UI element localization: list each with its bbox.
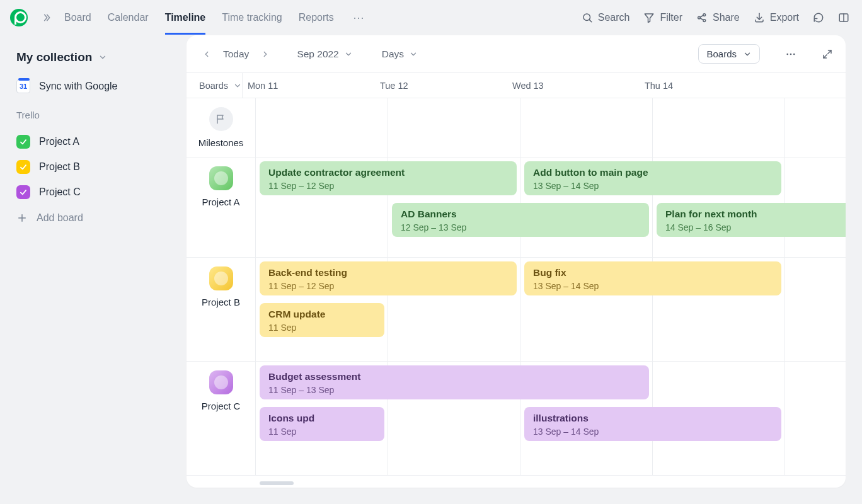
today-button[interactable]: Today bbox=[223, 49, 249, 60]
collapse-sidebar-button[interactable] bbox=[38, 9, 55, 26]
share-label: Share bbox=[713, 12, 740, 23]
day-header: Tue 12 bbox=[375, 73, 507, 98]
export-icon bbox=[754, 12, 765, 23]
svg-line-6 bbox=[700, 15, 703, 17]
prev-period-button[interactable] bbox=[199, 47, 214, 62]
lane-grid[interactable]: Update contractor agreement11 Sep – 12 S… bbox=[256, 158, 846, 257]
lane-grid[interactable]: Budget assessment11 Sep – 13 SepIcons up… bbox=[256, 362, 846, 475]
task-card[interactable]: Add button to main page13 Sep – 14 Sep bbox=[524, 161, 781, 195]
lane-grid[interactable] bbox=[256, 98, 846, 157]
task-card[interactable]: AD Banners12 Sep – 13 Sep bbox=[392, 203, 649, 237]
tabs-more-button[interactable]: ⋯ bbox=[350, 11, 367, 25]
row-head-dropdown[interactable]: Boards bbox=[187, 73, 243, 98]
more-options-button[interactable] bbox=[785, 49, 796, 60]
search-action[interactable]: Search bbox=[582, 12, 630, 23]
task-title: AD Banners bbox=[401, 208, 641, 220]
add-board-label: Add board bbox=[37, 212, 83, 224]
collection-dropdown[interactable]: My collection bbox=[16, 50, 173, 64]
day-columns: Mon 11Tue 12Wed 13Thu 14Sat 15 bbox=[243, 73, 846, 98]
task-title: CRM update bbox=[268, 308, 377, 320]
task-card[interactable]: Plan for next month14 Sep – 16 Sep bbox=[657, 203, 846, 237]
task-dates: 14 Sep – 16 Sep bbox=[665, 222, 841, 232]
task-title: Plan for next month bbox=[665, 208, 841, 220]
chevron-left-icon bbox=[202, 50, 211, 59]
panel-icon bbox=[838, 12, 849, 23]
task-dates: 13 Sep – 14 Sep bbox=[533, 281, 774, 291]
svg-line-7 bbox=[700, 18, 703, 20]
chevron-right-icon bbox=[261, 50, 270, 59]
unit-selector[interactable]: Days bbox=[382, 49, 418, 60]
grouping-selector[interactable]: Boards bbox=[698, 44, 760, 64]
board-checkbox[interactable] bbox=[16, 135, 30, 149]
horizontal-scrollbar[interactable] bbox=[256, 481, 846, 485]
tab-reports[interactable]: Reports bbox=[299, 1, 334, 35]
timeline-body[interactable]: MilestonesProject AUpdate contractor agr… bbox=[187, 98, 846, 488]
collection-title: My collection bbox=[16, 50, 92, 64]
task-title: Bug fix bbox=[533, 266, 774, 278]
search-label: Search bbox=[598, 12, 630, 23]
expand-icon bbox=[822, 49, 833, 60]
task-title: Budget assessment bbox=[268, 370, 641, 382]
task-card[interactable]: illustrations13 Sep – 14 Sep bbox=[524, 407, 781, 441]
app-logo[interactable] bbox=[10, 9, 28, 26]
fullscreen-button[interactable] bbox=[822, 49, 833, 60]
task-dates: 11 Sep – 12 Sep bbox=[268, 181, 509, 191]
add-board-button[interactable]: Add board bbox=[16, 205, 173, 231]
task-card[interactable]: Bug fix13 Sep – 14 Sep bbox=[524, 261, 781, 295]
filter-action[interactable]: Filter bbox=[643, 12, 682, 23]
month-selector[interactable]: Sep 2022 bbox=[297, 49, 352, 60]
refresh-icon bbox=[813, 12, 824, 23]
board-color-icon bbox=[209, 266, 233, 290]
share-action[interactable]: Share bbox=[696, 12, 740, 23]
board-checkbox[interactable] bbox=[16, 185, 30, 199]
task-card[interactable]: Icons upd11 Sep bbox=[260, 407, 384, 441]
tab-timeline[interactable]: Timeline bbox=[165, 1, 206, 35]
task-dates: 11 Sep – 13 Sep bbox=[268, 385, 641, 395]
task-card[interactable]: Update contractor agreement11 Sep – 12 S… bbox=[260, 161, 517, 195]
lane-head: Milestones bbox=[187, 98, 256, 157]
flag-icon bbox=[209, 107, 233, 131]
sync-label: Sync with Google bbox=[39, 81, 118, 92]
filter-label: Filter bbox=[660, 12, 682, 23]
plus-icon bbox=[16, 212, 28, 224]
lane-title: Project B bbox=[202, 297, 240, 307]
panel-toggle-button[interactable] bbox=[838, 12, 849, 23]
top-actions: Search Filter Share Export bbox=[582, 12, 849, 23]
chevrons-right-icon bbox=[42, 13, 52, 23]
source-label: Trello bbox=[16, 110, 173, 120]
task-card[interactable]: Budget assessment11 Sep – 13 Sep bbox=[260, 365, 649, 399]
sidebar-board-project-b[interactable]: Project B bbox=[16, 154, 173, 180]
lane-title: Project A bbox=[202, 197, 239, 207]
lane-project-b: Project BBack-end testing11 Sep – 12 Sep… bbox=[187, 258, 846, 362]
svg-line-16 bbox=[828, 50, 831, 54]
export-action[interactable]: Export bbox=[754, 12, 799, 23]
sidebar: My collection 31 Sync with Google Trello… bbox=[0, 35, 187, 504]
task-card[interactable]: CRM update11 Sep bbox=[260, 303, 384, 337]
tab-board[interactable]: Board bbox=[64, 1, 91, 35]
refresh-button[interactable] bbox=[813, 12, 824, 23]
task-title: illustrations bbox=[533, 412, 774, 424]
day-header: Wed 13 bbox=[507, 73, 640, 98]
grouping-label: Boards bbox=[706, 49, 737, 59]
day-header: Mon 11 bbox=[243, 73, 375, 98]
lane-project-a: Project AUpdate contractor agreement11 S… bbox=[187, 158, 846, 258]
lane-head: Project C bbox=[187, 362, 256, 475]
board-checkbox[interactable] bbox=[16, 160, 30, 174]
row-head-label: Boards bbox=[199, 81, 228, 91]
board-name: Project B bbox=[39, 161, 80, 173]
svg-marker-2 bbox=[645, 14, 654, 23]
filter-icon bbox=[643, 12, 655, 23]
tab-calendar[interactable]: Calendar bbox=[108, 1, 149, 35]
next-period-button[interactable] bbox=[258, 47, 273, 62]
chevron-down-icon bbox=[98, 53, 107, 62]
task-card[interactable]: Back-end testing11 Sep – 12 Sep bbox=[260, 261, 517, 295]
tab-time-tracking[interactable]: Time tracking bbox=[222, 1, 282, 35]
board-color-icon bbox=[209, 166, 233, 190]
sidebar-board-project-a[interactable]: Project A bbox=[16, 129, 173, 154]
board-name: Project C bbox=[39, 186, 81, 198]
sync-with-google[interactable]: 31 Sync with Google bbox=[16, 79, 173, 93]
lane-title: Project C bbox=[202, 401, 241, 411]
lane-grid[interactable]: Back-end testing11 Sep – 12 SepBug fix13… bbox=[256, 258, 846, 361]
sidebar-board-project-c[interactable]: Project C bbox=[16, 180, 173, 205]
top-tabs: BoardCalendarTimelineTime trackingReport… bbox=[64, 1, 367, 35]
